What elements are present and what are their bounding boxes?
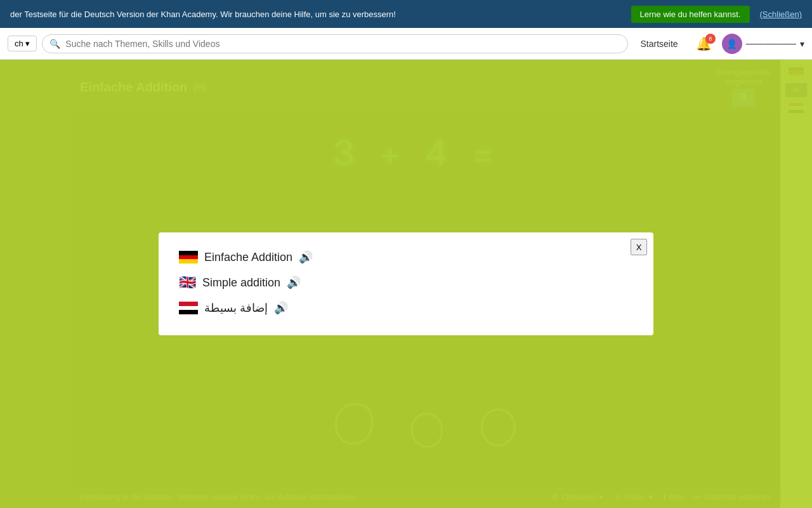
banner-cta-button[interactable]: Lerne wie du helfen kannst. bbox=[631, 6, 750, 23]
modal-flag-uk: 🇬🇧 bbox=[179, 274, 196, 291]
modal-text-de: Einfache Addition bbox=[204, 251, 292, 264]
modal-row-de: Einfache Addition 🔊 bbox=[179, 250, 633, 264]
modal-row-sy: إضافة بسيطة 🔊 bbox=[179, 301, 633, 315]
banner-close-link[interactable]: (Schließen) bbox=[760, 10, 802, 19]
navbar: ch ▾ 🔍 Startseite 🔔 8 👤 ──────── ▾ bbox=[0, 28, 812, 60]
modal-box: X Einfache Addition 🔊 🇬🇧 Simple addition… bbox=[159, 232, 653, 335]
sound-icon-de[interactable]: 🔊 bbox=[299, 250, 313, 264]
top-banner: der Testseite für die Deutsch Version de… bbox=[0, 0, 812, 28]
user-dropdown-icon: ▾ bbox=[800, 39, 804, 49]
modal-row-uk: 🇬🇧 Simple addition 🔊 bbox=[179, 274, 633, 291]
notifications-button[interactable]: 🔔 8 bbox=[691, 36, 717, 51]
modal-overlay: X Einfache Addition 🔊 🇬🇧 Simple addition… bbox=[0, 60, 812, 508]
main-content: Einfache Addition 🎮 Energiepunkte insges… bbox=[0, 60, 812, 508]
search-icon: 🔍 bbox=[49, 39, 60, 49]
search-wrapper: 🔍 bbox=[42, 34, 627, 53]
modal-close-button[interactable]: X bbox=[631, 239, 647, 255]
startseite-button[interactable]: Startseite bbox=[633, 39, 686, 49]
banner-text: der Testseite für die Deutsch Version de… bbox=[10, 10, 624, 19]
sound-icon-sy[interactable]: 🔊 bbox=[274, 301, 288, 315]
user-menu-button[interactable]: 👤 ──────── ▾ bbox=[722, 34, 804, 54]
sound-icon-uk[interactable]: 🔊 bbox=[287, 276, 301, 290]
username-display: ──────── bbox=[746, 39, 796, 49]
modal-flag-sy bbox=[179, 302, 198, 314]
modal-text-uk: Simple addition bbox=[202, 276, 280, 290]
avatar: 👤 bbox=[722, 34, 742, 54]
modal-flag-de bbox=[179, 251, 198, 264]
nav-menu-button[interactable]: ch ▾ bbox=[8, 36, 37, 51]
notif-badge: 8 bbox=[705, 34, 716, 44]
search-input[interactable] bbox=[42, 34, 627, 53]
modal-text-sy: إضافة بسيطة bbox=[204, 301, 268, 315]
